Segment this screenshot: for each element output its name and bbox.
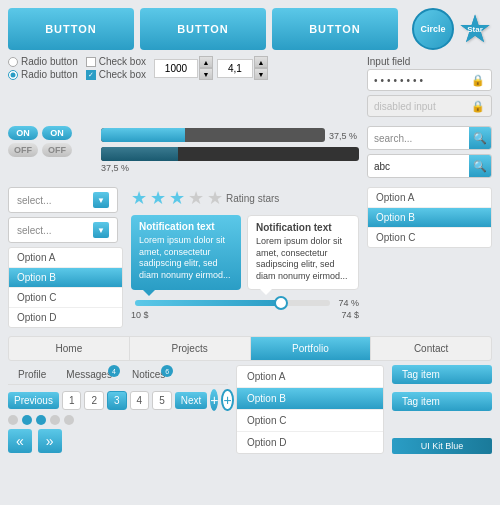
disabled-input: disabled input 🔒 [367,95,492,117]
nav-projects[interactable]: Projects [130,337,251,360]
search-button-1[interactable]: 🔍 [469,127,491,149]
slider-track[interactable] [135,300,330,306]
star-5[interactable]: ★ [207,187,223,209]
dot-4[interactable] [50,415,60,425]
prev-button[interactable]: Previous [8,392,59,409]
progress-bar-1 [101,128,185,142]
checkbox-item-2[interactable]: ✓ Check box [86,69,146,80]
notices-badge: 6 [161,365,173,377]
bottom-option-d[interactable]: Option D [237,432,383,453]
search-input[interactable]: search... 🔍 [367,126,492,150]
option-left-b[interactable]: Option B [9,268,122,288]
lock-icon-2: 🔒 [471,100,485,113]
option-list-right: Option A Option B Option C [367,187,492,248]
checkbox-2[interactable]: ✓ [86,70,96,80]
select-arrow-1[interactable]: ▼ [93,192,109,208]
toggle-on-1[interactable]: ON [8,126,38,140]
star-4[interactable]: ★ [188,187,204,209]
spin-up-1[interactable]: ▲ [199,56,213,68]
tag-item-2[interactable]: Tag item [392,392,492,411]
slider-label: 74 % [338,298,359,308]
page-5[interactable]: 5 [152,391,172,410]
page-4[interactable]: 4 [130,391,150,410]
notification-white: Notification text Lorem ipsum dolor sit … [247,215,359,290]
button-3[interactable]: BUTTON [272,8,398,50]
button-1[interactable]: BUTTON [8,8,134,50]
notif-arrow-white [260,289,272,295]
notification-row: Notification text Lorem ipsum dolor sit … [131,215,359,290]
slider-thumb[interactable] [274,296,288,310]
add-button-1[interactable]: + [210,389,218,411]
dots-row [8,415,228,425]
radio-group: Radio button Radio button [8,56,78,80]
progress-label-2: 37,5 % [101,163,359,173]
tab-notices[interactable]: Notices 6 [122,365,175,384]
nav-home[interactable]: Home [9,337,130,360]
tabs-bar: Profile Messages 4 Notices 6 [8,365,228,385]
option-right-a[interactable]: Option A [368,188,491,208]
option-left-a[interactable]: Option A [9,248,122,268]
notif-arrow-blue [143,290,155,296]
tag-item-1[interactable]: Tag item [392,365,492,384]
option-right-c[interactable]: Option C [368,228,491,247]
nav-contact[interactable]: Contact [371,337,491,360]
dot-2[interactable] [22,415,32,425]
dot-3[interactable] [36,415,46,425]
slider-fill [135,300,280,306]
star-3[interactable]: ★ [169,187,185,209]
checkbox-1[interactable] [86,57,96,67]
chevron-left[interactable]: « [8,429,32,453]
tab-messages[interactable]: Messages 4 [56,365,122,384]
messages-badge: 4 [108,365,120,377]
number-input-1[interactable]: 1000 ▲ ▼ [154,56,213,80]
next-button[interactable]: Next [175,392,208,409]
page-1[interactable]: 1 [62,391,82,410]
radio-item-2[interactable]: Radio button [8,69,78,80]
toggle-off-2[interactable]: OFF [42,143,72,157]
spin-down-2[interactable]: ▼ [254,68,268,80]
button-2[interactable]: BUTTON [140,8,266,50]
star-2[interactable]: ★ [150,187,166,209]
star-1[interactable]: ★ [131,187,147,209]
option-right-b[interactable]: Option B [368,208,491,228]
spin-up-2[interactable]: ▲ [254,56,268,68]
pagination: Previous 1 2 3 4 5 Next + + [8,389,228,411]
checkbox-item-1[interactable]: Check box [86,56,146,67]
progress-bar-2 [101,147,359,161]
page-3[interactable]: 3 [107,391,127,410]
dot-1[interactable] [8,415,18,425]
spin-down-1[interactable]: ▼ [199,68,213,80]
option-left-d[interactable]: Option D [9,308,122,327]
bottom-option-b[interactable]: Option B [237,388,383,410]
tab-profile[interactable]: Profile [8,365,56,384]
number-input-2[interactable]: ▲ ▼ [217,56,268,80]
option-left-c[interactable]: Option C [9,288,122,308]
nav-portfolio[interactable]: Portfolio [251,337,372,360]
slider-max: 74 $ [341,310,359,320]
nav-bar: Home Projects Portfolio Contact [8,336,492,361]
search-button-2[interactable]: 🔍 [469,155,491,177]
star-button[interactable]: ★ Star [458,8,492,50]
toggle-off-1[interactable]: OFF [8,143,38,157]
radio-item-1[interactable]: Radio button [8,56,78,67]
circle-button[interactable]: Circle [412,8,454,50]
toggle-on-2[interactable]: ON [42,126,72,140]
chevron-right[interactable]: » [38,429,62,453]
radio-circle-2[interactable] [8,70,18,80]
stars-rating[interactable]: ★ ★ ★ ★ ★ Rating stars [131,187,359,209]
select-1[interactable]: select... ▼ [8,187,118,213]
password-input[interactable]: •••••••• 🔒 [367,69,492,91]
notification-blue: Notification text Lorem ipsum dolor sit … [131,215,241,290]
select-2[interactable]: select... ▼ [8,217,118,243]
bottom-option-c[interactable]: Option C [237,410,383,432]
select-arrow-2[interactable]: ▼ [93,222,109,238]
checkbox-group: Check box ✓ Check box [86,56,146,80]
page-2[interactable]: 2 [84,391,104,410]
abc-input[interactable]: abc 🔍 [367,154,492,178]
bottom-option-a[interactable]: Option A [237,366,383,388]
slider-min: 10 $ [131,310,149,320]
add-button-2[interactable]: + [221,389,233,411]
radio-circle-1[interactable] [8,57,18,67]
watermark: UI Kit Blue [392,438,492,454]
dot-5[interactable] [64,415,74,425]
